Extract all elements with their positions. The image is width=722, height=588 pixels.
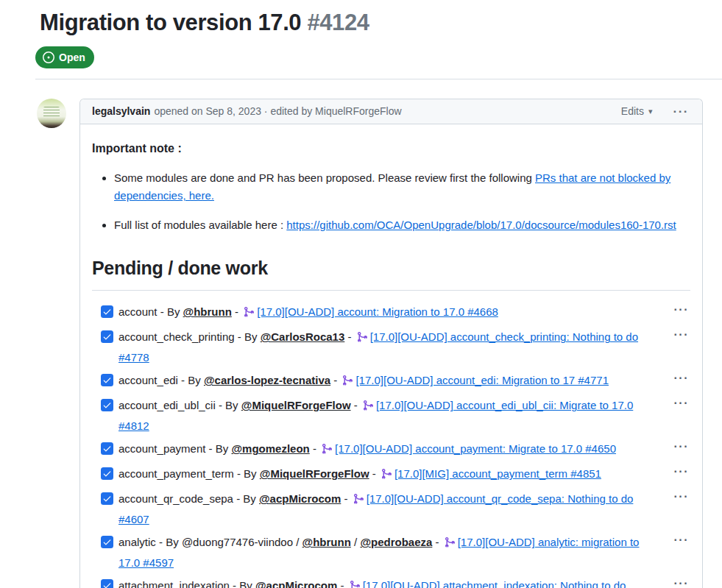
task-checkbox-checked[interactable] [101,330,113,343]
git-merge-icon [321,442,333,460]
module-name: account_edi_ubl_cii [118,399,216,411]
task-list-item: account_edi - By @carlos-lopez-tecnativa… [92,371,690,392]
git-merge-icon [444,535,456,553]
note-link[interactable]: https://github.com/OCA/OpenUpgrade/blob/… [286,219,676,231]
note-item: Some modules are done and PR has been pr… [114,169,681,205]
comment-box: legalsylvain opened on Sep 8, 2023 · edi… [79,99,703,588]
note-item: Full list of modules available here : ht… [114,216,681,234]
kebab-icon[interactable]: ··· [673,440,690,453]
task-checkbox-checked[interactable] [101,305,113,318]
by-separator: - By [158,305,183,318]
page-title: Migration to version 17.0 #4124 [40,9,722,38]
author-mention-link[interactable]: @mgomezleon [231,442,309,455]
task-list-item: account_payment_term - By @MiquelRForgeF… [92,464,690,485]
dash-separator: - [432,536,442,548]
kebab-icon[interactable]: ··· [673,465,690,478]
task-list-item: account_edi_ubl_cii - By @MiquelRForgeFl… [92,396,690,435]
by-separator: - By [230,579,255,588]
module-name: analytic [118,536,156,548]
task-text: account_payment - By @mgomezleon - [17.0… [118,442,616,455]
kebab-icon[interactable]: ··· [673,372,690,385]
task-text: attachment_indexation - By @acpMicrocom … [118,579,626,588]
module-name: account_edi [118,374,178,386]
comment-header: legalsylvain opened on Sep 8, 2023 · edi… [80,99,702,124]
task-checkbox-checked[interactable] [101,579,113,588]
avatar-column [37,99,66,588]
issue-opened-icon [43,52,54,63]
task-checkbox-checked[interactable] [101,399,113,411]
task-text: account_edi - By @carlos-lopez-tecnativa… [118,374,609,386]
issue-number: #4124 [307,10,369,35]
authors: @carlos-lopez-tecnativa [204,374,330,386]
author-mention-link[interactable]: @acpMicrocom [255,579,337,588]
author-mention-link[interactable]: @MiquelRForgeFlow [260,467,369,480]
by-separator: - By [233,492,259,505]
author-plain-text: @duong77476-viindoo [182,536,293,548]
title-divider [35,79,722,79]
module-name: account_check_printing [118,330,235,343]
by-separator: - By [156,536,182,548]
task-text: account_qr_code_sepa - By @acpMicrocom -… [118,492,633,525]
author-mention-link[interactable]: @CarlosRoca13 [261,330,345,343]
section-heading: Pending / done work [92,253,690,291]
task-checkbox-checked[interactable] [101,442,113,455]
dash-separator: - [351,399,361,411]
git-merge-icon [341,373,353,392]
git-merge-icon [349,578,361,588]
task-checkbox-checked[interactable] [101,467,113,480]
task-checkbox-checked[interactable] [101,374,113,386]
dash-separator: - [232,305,241,318]
dash-separator: - [344,330,354,343]
edits-dropdown-button[interactable]: Edits ▾ [621,105,653,117]
pr-link[interactable]: [17.0][OU-ADD] account_payment: Migrate … [335,442,616,455]
dash-separator: - [310,442,319,455]
dash-separator: - [330,374,340,386]
task-list-item: account_payment - By @mgomezleon - [17.0… [92,439,690,460]
comment-body: Important note : Some modules are done a… [80,124,702,588]
important-note-heading: Important note : [92,139,690,158]
authors: @MiquelRForgeFlow [260,467,369,480]
note-text: Some modules are done and PR has been pr… [114,171,535,184]
authors: @hbrunn [183,305,232,318]
by-separator: - By [205,442,231,455]
kebab-icon[interactable]: ··· [673,328,690,341]
kebab-icon[interactable]: ··· [672,105,690,118]
status-badge: Open [35,46,94,68]
module-name: account_qr_code_sepa [118,492,233,505]
author-mention-link[interactable]: @carlos-lopez-tecnativa [204,374,330,386]
author-mention-link[interactable]: @acpMicrocom [259,492,341,505]
author-mention-link[interactable]: @MiquelRForgeFlow [241,399,351,411]
author-mention-link[interactable]: @pedrobaeza [360,536,432,548]
git-merge-icon [353,492,364,510]
note-text: Full list of modules available here : [114,219,286,231]
kebab-icon[interactable]: ··· [673,397,690,410]
task-list-item: account_qr_code_sepa - By @acpMicrocom -… [92,489,690,528]
task-text: account_edi_ubl_cii - By @MiquelRForgeFl… [118,399,633,432]
kebab-icon[interactable]: ··· [673,534,690,547]
comment-author-link[interactable]: legalsylvain [92,105,150,117]
authors: @acpMicrocom [255,579,337,588]
issue-title-text: Migration to version 17.0 [40,10,301,35]
edits-label: Edits [621,105,644,117]
comment-header-actions: Edits ▾ ··· [621,105,690,118]
git-merge-icon [362,398,374,417]
author-mention-link[interactable]: @hbrunn [302,536,351,548]
dash-separator: - [369,467,379,480]
task-checkbox-checked[interactable] [101,492,113,505]
avatar[interactable] [37,99,66,128]
by-separator: - By [216,399,241,411]
pr-link[interactable]: [17.0][OU-ADD] account: Migration to 17.… [257,305,498,318]
kebab-icon[interactable]: ··· [673,303,690,316]
kebab-icon[interactable]: ··· [673,490,690,503]
task-checkbox-checked[interactable] [101,536,113,548]
dash-separator: - [337,579,347,588]
module-name: account [118,305,158,318]
chevron-down-icon: ▾ [648,107,653,116]
pr-link[interactable]: [17.0][MIG] account_payment_term #4851 [394,467,601,480]
kebab-icon[interactable]: ··· [673,577,690,588]
module-name: attachment_indexation [118,579,230,588]
git-merge-icon [356,330,368,348]
author-mention-link[interactable]: @hbrunn [183,305,232,318]
pr-link[interactable]: [17.0][OU-ADD] account_edi: Migration to… [355,374,609,386]
authors: @mgomezleon [231,442,309,455]
